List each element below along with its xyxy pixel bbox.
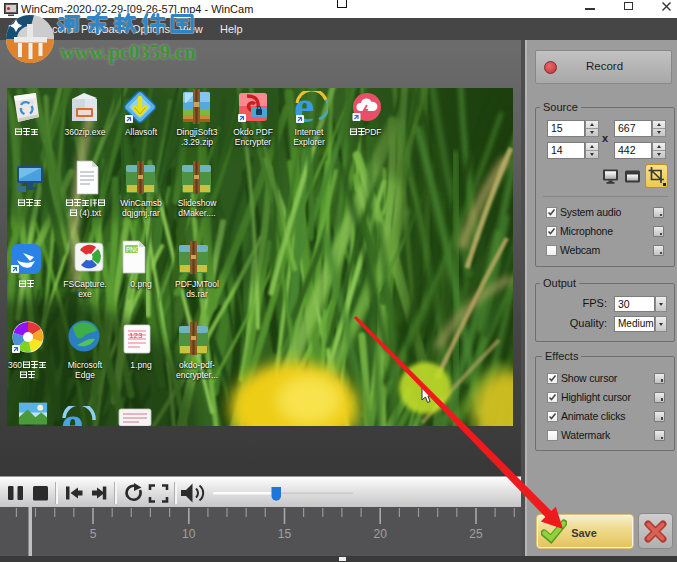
svg-text:5: 5	[90, 527, 97, 541]
svg-text:PNG: PNG	[126, 246, 140, 253]
svg-text:10: 10	[182, 527, 196, 541]
svg-text:20: 20	[374, 527, 388, 541]
svg-text:123: 123	[129, 331, 143, 340]
svg-text:25: 25	[469, 527, 483, 541]
svg-text:15: 15	[278, 527, 292, 541]
